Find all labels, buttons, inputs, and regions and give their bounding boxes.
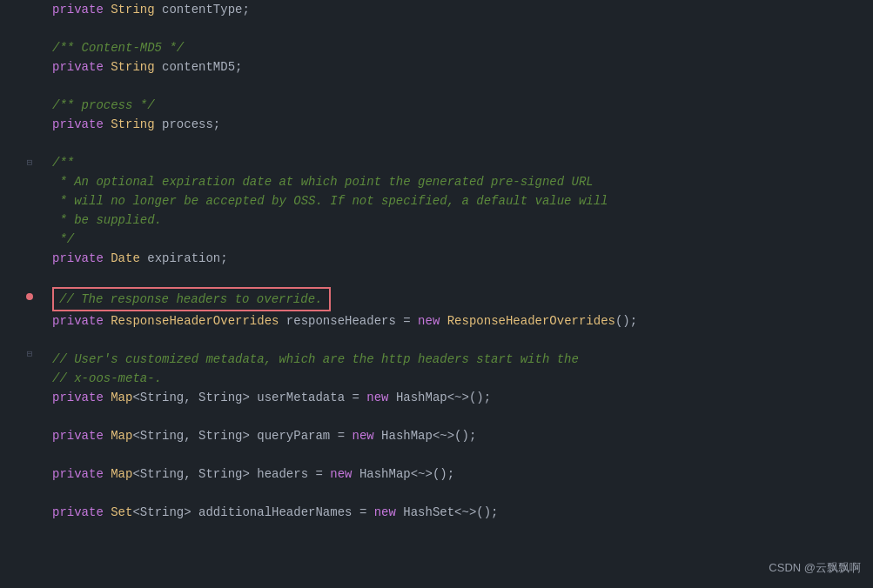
gutter-line xyxy=(23,364,37,383)
token: * An optional expiration date at which p… xyxy=(52,172,594,191)
gutter-line xyxy=(23,325,37,344)
gutter-line xyxy=(23,402,37,421)
code-line: */ xyxy=(52,230,873,249)
code-line: private String contentType; xyxy=(52,0,873,19)
token: private xyxy=(52,249,104,268)
gutter-line xyxy=(23,172,37,191)
line-marker xyxy=(23,134,37,153)
code-line: private String contentMD5; xyxy=(52,57,873,77)
token: Map xyxy=(111,388,132,407)
token xyxy=(104,0,111,19)
code-editor: ⊟⊟ private String contentType; /** Conte… xyxy=(0,0,873,588)
token: private xyxy=(52,311,104,331)
token: Map xyxy=(111,464,132,484)
token: private xyxy=(52,0,104,19)
token: /** xyxy=(52,153,74,172)
line-marker xyxy=(23,38,37,57)
code-line xyxy=(52,134,873,153)
line-marker xyxy=(23,440,37,459)
token xyxy=(104,426,111,445)
line-marker xyxy=(23,459,37,478)
gutter-line xyxy=(23,115,37,134)
token: // x-oos-meta-. xyxy=(52,369,162,388)
watermark: CSDN @云飘飘啊 xyxy=(769,560,861,576)
gutter-line xyxy=(23,38,37,57)
code-line xyxy=(52,484,873,503)
line-marker xyxy=(23,421,37,440)
code-line: * be supplied. xyxy=(52,210,873,230)
token: expiration; xyxy=(140,249,228,268)
token: String xyxy=(111,0,154,19)
line-marker xyxy=(23,191,37,210)
token: process; xyxy=(155,115,221,134)
token: (); xyxy=(615,311,637,331)
token: private xyxy=(52,115,104,134)
token: private xyxy=(52,503,104,522)
code-line: * will no longer be accepted by OSS. If … xyxy=(52,191,873,210)
gutter-line xyxy=(23,191,37,210)
line-marker xyxy=(23,172,37,191)
code-content: private String contentType; /** Content-… xyxy=(44,0,873,588)
line-marker xyxy=(23,325,37,344)
token xyxy=(104,503,111,522)
token: private xyxy=(52,57,104,77)
token: HashMap<~>(); xyxy=(389,388,492,407)
code-line xyxy=(52,445,873,464)
gutter-line xyxy=(23,77,37,96)
gutter-line xyxy=(23,498,37,517)
line-marker xyxy=(23,77,37,96)
code-line: * An optional expiration date at which p… xyxy=(52,172,873,191)
token: <String, String> userMetadata = xyxy=(132,388,366,407)
token: new xyxy=(418,311,440,331)
code-line xyxy=(52,268,873,287)
line-marker: ⊟ xyxy=(23,344,37,364)
token: ResponseHeaderOverrides xyxy=(111,311,279,331)
token: * will no longer be accepted by OSS. If … xyxy=(52,191,608,210)
line-marker xyxy=(23,383,37,402)
line-marker xyxy=(23,268,37,287)
token: HashMap<~>(); xyxy=(353,464,455,484)
code-line xyxy=(52,407,873,426)
code-line: private String process; xyxy=(52,115,873,134)
code-line: /** Content-MD5 */ xyxy=(52,38,873,57)
code-line: private Set<String> additionalHeaderName… xyxy=(52,503,873,522)
gutter-line xyxy=(23,134,37,153)
gutter-line: ⊟ xyxy=(23,344,37,364)
token: HashMap<~>(); xyxy=(374,426,477,445)
gutter-line xyxy=(23,440,37,459)
token: HashSet<~>(); xyxy=(396,503,499,522)
token: Date xyxy=(111,249,140,268)
line-marker xyxy=(23,364,37,383)
line-marker xyxy=(23,210,37,230)
gutter-line xyxy=(23,268,37,287)
code-line xyxy=(52,77,873,96)
token: Map xyxy=(111,426,132,445)
token: String xyxy=(111,57,154,77)
line-marker xyxy=(23,478,37,498)
line-marker xyxy=(23,0,37,19)
code-line: // The response headers to override. xyxy=(52,287,873,311)
line-marker xyxy=(23,402,37,421)
code-line xyxy=(52,19,873,38)
token: contentType; xyxy=(155,0,250,19)
token: Set xyxy=(111,503,132,522)
code-line: private Date expiration; xyxy=(52,249,873,268)
highlighted-comment: // The response headers to override. xyxy=(52,287,331,311)
token xyxy=(104,115,111,134)
gutter-line xyxy=(23,0,37,19)
gutter-line xyxy=(23,230,37,249)
token: new xyxy=(366,388,388,407)
gutter-line xyxy=(23,478,37,498)
token xyxy=(104,311,111,331)
gutter: ⊟⊟ xyxy=(0,0,44,588)
line-marker xyxy=(23,115,37,134)
token: <String, String> headers = xyxy=(132,464,330,484)
token: private xyxy=(52,388,104,407)
gutter-line xyxy=(23,96,37,115)
token xyxy=(104,464,111,484)
line-marker: ⊟ xyxy=(23,153,37,172)
gutter-line xyxy=(23,19,37,38)
token: String xyxy=(111,115,154,134)
token xyxy=(104,249,111,268)
token: new xyxy=(374,503,396,522)
